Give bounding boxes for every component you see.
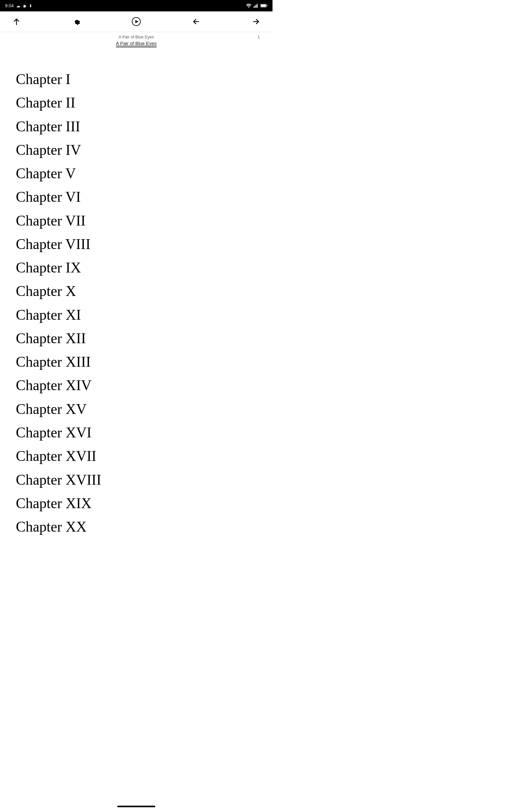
chapter-item[interactable]: Chapter XI (16, 303, 257, 327)
chapter-item[interactable]: Chapter IV (16, 138, 257, 162)
chapter-item[interactable]: Chapter VI (16, 185, 257, 209)
forward-button[interactable] (249, 14, 263, 29)
svg-point-0 (248, 7, 249, 8)
circle-dot-icon: ◉ (23, 3, 26, 8)
wifi-icon (246, 3, 251, 8)
cloud-icon: ☁ (16, 3, 20, 8)
page-number: 1 (258, 35, 260, 39)
up-icon (12, 17, 21, 26)
book-title-underlined: A Pair of Blue Eyes (116, 41, 157, 47)
chapter-item[interactable]: Chapter VIII (16, 233, 257, 256)
chapter-item[interactable]: Chapter XVI (16, 421, 257, 444)
forward-icon (251, 17, 261, 26)
chapter-item[interactable]: Chapter XV (16, 397, 257, 421)
svg-marker-10 (135, 20, 138, 23)
chapter-item[interactable]: Chapter XII (16, 327, 257, 350)
svg-rect-7 (267, 5, 267, 6)
status-bar-left: 9:04 ☁ ◉ ⬇ (5, 3, 32, 8)
back-icon (192, 17, 201, 26)
toolbar (0, 11, 273, 32)
up-button[interactable] (9, 14, 23, 29)
chapter-list: Chapter IChapter IIChapter IIIChapter IV… (0, 49, 273, 554)
chapter-item[interactable]: Chapter XVIII (16, 468, 257, 492)
status-time: 9:04 (5, 3, 14, 8)
chapter-item[interactable]: Chapter XIX (16, 492, 257, 515)
status-bar-right (246, 3, 268, 8)
svg-rect-6 (261, 4, 266, 7)
chapter-item[interactable]: Chapter VII (16, 209, 257, 233)
play-button[interactable] (129, 14, 143, 29)
chapter-item[interactable]: Chapter V (16, 162, 257, 185)
chapter-item[interactable]: Chapter XVII (16, 444, 257, 468)
chapter-item[interactable]: Chapter XX (16, 515, 257, 539)
battery-icon (261, 3, 268, 8)
chapter-item[interactable]: Chapter III (16, 115, 257, 138)
chapter-item[interactable]: Chapter II (16, 91, 257, 114)
gear-icon (72, 17, 81, 26)
chapter-item[interactable]: Chapter XIII (16, 350, 257, 374)
svg-rect-1 (253, 6, 254, 8)
svg-rect-4 (257, 4, 258, 8)
play-icon (131, 17, 141, 26)
chapter-item[interactable]: Chapter I (16, 67, 257, 91)
settings-button[interactable] (69, 14, 83, 29)
svg-rect-3 (256, 5, 257, 8)
chapter-item[interactable]: Chapter IX (16, 256, 257, 280)
signal-icon (253, 3, 259, 8)
book-header: A Pair of Blue Eyes A Pair of Blue Eyes … (0, 32, 273, 49)
chapter-item[interactable]: Chapter XIV (16, 374, 257, 397)
back-button[interactable] (189, 14, 203, 29)
book-title-top: A Pair of Blue Eyes (0, 35, 273, 39)
svg-rect-2 (255, 5, 256, 8)
download-icon: ⬇ (29, 3, 32, 8)
status-bar: 9:04 ☁ ◉ ⬇ (0, 0, 273, 11)
chapter-item[interactable]: Chapter X (16, 280, 257, 303)
